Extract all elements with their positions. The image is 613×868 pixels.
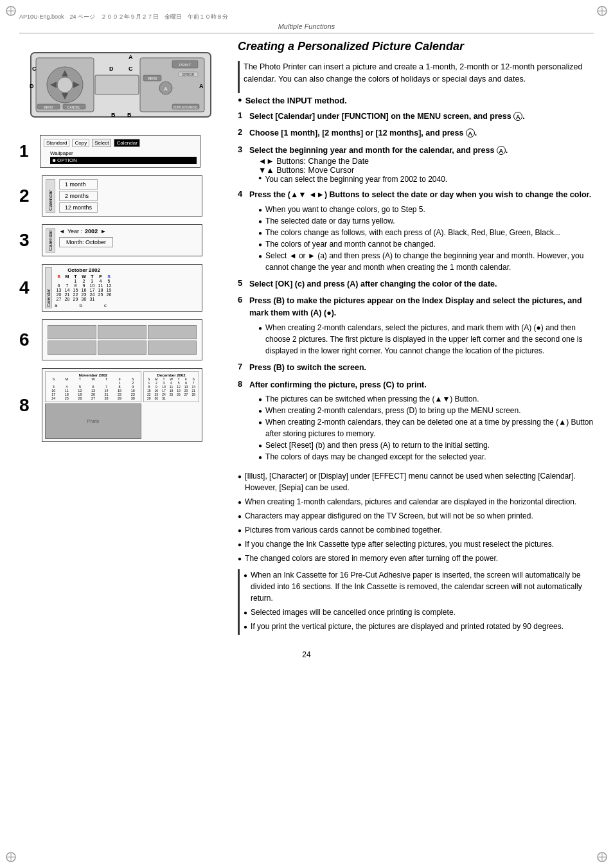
thumbnail-grid xyxy=(45,323,199,357)
step-6-diagram: 6 xyxy=(19,319,225,360)
sub-4-5-text: Select ◄ or ► (a) and then press (A) to … xyxy=(265,250,594,273)
step3-layout: Calendar ◄ Year : 2002 ► Month: October xyxy=(46,228,199,252)
step8-photo: Photo xyxy=(45,403,141,439)
step-3-label: 3 xyxy=(19,230,42,251)
section-title: Multiple Functions xyxy=(278,22,335,30)
step-3-note-text: You can select the beginning year from 2… xyxy=(265,175,447,184)
note-2-text: When creating 1-month calendars, picture… xyxy=(245,496,576,508)
intro-block: The Photo Printer can insert a picture a… xyxy=(238,61,594,93)
cal-cell: 25 xyxy=(96,292,105,297)
step-1-screen: Standard Copy Select Calendar Wallpaper … xyxy=(40,135,200,168)
cal-cell: 21 xyxy=(63,292,71,297)
bottom-notes: [Illust], [Character] or [Display] under… xyxy=(238,470,594,564)
cal-cell: 29 xyxy=(71,297,80,301)
step-8-text: 8 After confirming the picture, press (C… xyxy=(238,379,594,463)
step-8-subs: The pictures can be switched when pressi… xyxy=(258,393,594,463)
note-4-text: Pictures from various cards cannot be co… xyxy=(245,524,442,536)
cal-cell: 9 xyxy=(80,283,88,288)
step8-right: November 2002 SMTWTFS 12 3456789 1011121… xyxy=(45,371,141,439)
note-2: When creating 1-month calendars, picture… xyxy=(238,496,594,508)
step-5-content: Select [OK] (c) and press (A) after chan… xyxy=(249,278,497,290)
cal-row-3: 13 14 15 16 17 18 19 xyxy=(55,288,113,292)
mc: 25 xyxy=(60,396,74,400)
step-2-label: 2 xyxy=(19,186,42,206)
sub-8-5-text: The colors of days may be changed except… xyxy=(265,451,486,463)
cal-cell xyxy=(63,279,71,283)
important-rule-bar xyxy=(238,569,240,635)
svg-text:MENU: MENU xyxy=(148,76,157,80)
cal-cell: 27 xyxy=(55,297,63,301)
thumb-5 xyxy=(98,341,147,355)
btn-a-3: A xyxy=(497,146,506,155)
cal-tue: T xyxy=(71,274,80,279)
cal-cell: 20 xyxy=(55,292,63,297)
svg-text:CANCEL: CANCEL xyxy=(67,105,81,109)
cal-cell: 31 xyxy=(88,297,96,301)
step-4-screen: Calendar October 2002 S M T W T F xyxy=(42,264,202,312)
step-2-num: 2 xyxy=(238,127,249,139)
sub-8-3-text: When creating 2-month calendars, they ca… xyxy=(265,416,594,439)
menu-standard: Standard xyxy=(44,139,69,147)
cal-cell xyxy=(105,297,113,301)
cal-cell: 7 xyxy=(63,283,71,288)
step-8-content: After confirming the picture, press (C) … xyxy=(249,379,594,463)
sub-8-2-text: When creating 2-month calendars, press (… xyxy=(265,405,521,416)
thumb-6 xyxy=(148,341,197,355)
cal-wed: W xyxy=(80,274,88,279)
month-display: Month: October xyxy=(59,237,113,247)
step-3-screen: Calendar ◄ Year : 2002 ► Month: October xyxy=(42,224,202,256)
cal-cell: 1 xyxy=(71,279,80,283)
step2-sidebar: Calendar xyxy=(46,179,55,213)
cal-mon: M xyxy=(63,274,71,279)
step-3-diagram: 3 Calendar ◄ Year : 2002 ► Month: Octobe… xyxy=(19,224,225,256)
cal-row-4: 20 21 22 23 24 25 26 xyxy=(55,292,113,297)
step8-mini-cal: SMTWTFS 12 3456789 10111213141516 171819… xyxy=(47,377,139,400)
page-number: 24 xyxy=(19,650,594,659)
mc: 27 xyxy=(87,396,100,400)
mc: 30 xyxy=(126,396,139,400)
cal-cell xyxy=(55,279,63,283)
step-2-content: Choose [1 month], [2 months] or [12 mont… xyxy=(249,127,477,139)
step4-layout: Calendar October 2002 S M T W T F xyxy=(45,267,199,308)
svg-text:B: B xyxy=(111,112,116,118)
step8-layout: November 2002 SMTWTFS 12 3456789 1011121… xyxy=(45,371,199,439)
btn-a-2: A xyxy=(466,128,475,137)
select-input-text: Select the INPUT method. xyxy=(245,96,347,105)
svg-text:DISPLAY/CANCEL: DISPLAY/CANCEL xyxy=(173,106,199,109)
svg-text:A: A xyxy=(129,54,133,60)
step-6-main: Press (B) to make the pictures appear on… xyxy=(249,296,582,317)
cal-cell: 26 xyxy=(105,292,113,297)
cal-cell: 10 xyxy=(88,283,96,288)
year-control: ◄ Year : 2002 ► xyxy=(59,228,113,235)
svg-text:C: C xyxy=(32,66,37,72)
step2-layout: Calendar 1 month 2 months 12 months xyxy=(46,179,199,213)
step-6-label: 6 xyxy=(19,330,42,350)
step-4-num: 4 xyxy=(238,189,249,273)
menu-copy: Copy xyxy=(72,139,89,147)
thumb-1 xyxy=(48,325,96,339)
step-4-content: Press the (▲▼ ◄►) Buttons to select the … xyxy=(249,189,594,273)
svg-text:D: D xyxy=(30,83,34,89)
sub-8-5: The colors of days may be changed except… xyxy=(258,451,594,463)
svg-text:C: C xyxy=(129,66,133,72)
step-2-diagram: 2 Calendar 1 month 2 months 12 months xyxy=(19,175,225,217)
step-3-num: 3 xyxy=(238,145,249,184)
step4-calendar: October 2002 S M T W T F S xyxy=(55,267,113,308)
cal-cell: 30 xyxy=(80,297,88,301)
cal-cell: 23 xyxy=(80,292,88,297)
page-container: AP10U-Eng.book 24 ページ ２００２年９月２７日 金曜日 午前１… xyxy=(0,0,613,868)
step-7-content: Press (B) to switch the screen. xyxy=(249,362,366,374)
device-diagram-area: MENU CANCEL PRINT ERROR MENU xyxy=(24,40,225,123)
step-6-screen xyxy=(42,319,202,360)
svg-text:ERROR: ERROR xyxy=(182,73,194,76)
page-title: Creating a Personalized Picture Calendar xyxy=(238,40,594,53)
svg-rect-35 xyxy=(95,75,139,94)
step-3-sub2: ▼▲ Buttons: Move Cursor xyxy=(258,166,508,175)
cal-cell: 18 xyxy=(96,288,105,292)
sub-4-4-text: The colors of year and month cannot be c… xyxy=(265,238,436,250)
cal-cell: 14 xyxy=(63,288,71,292)
step-1-content: Select [Calendar] under [FUNCTION] on th… xyxy=(249,111,525,123)
thumb-2 xyxy=(98,325,147,339)
bullet: ● xyxy=(258,175,262,181)
step-7-num: 7 xyxy=(238,362,249,374)
